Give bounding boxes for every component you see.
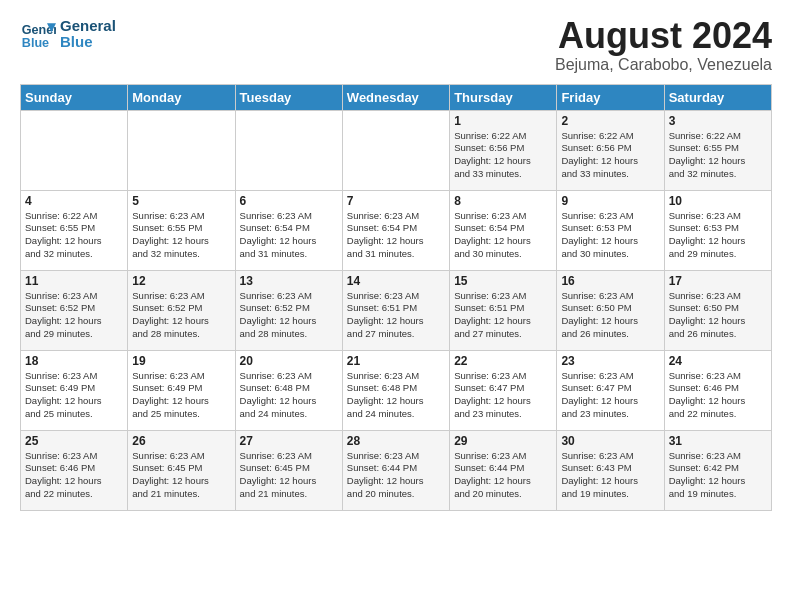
calendar-week-1: 1Sunrise: 6:22 AM Sunset: 6:56 PM Daylig… xyxy=(21,110,772,190)
day-info: Sunrise: 6:23 AM Sunset: 6:43 PM Dayligh… xyxy=(561,450,659,501)
logo: General Blue General Blue xyxy=(20,16,116,52)
day-number: 29 xyxy=(454,434,552,448)
calendar-cell: 29Sunrise: 6:23 AM Sunset: 6:44 PM Dayli… xyxy=(450,430,557,510)
day-header-monday: Monday xyxy=(128,84,235,110)
calendar-cell: 14Sunrise: 6:23 AM Sunset: 6:51 PM Dayli… xyxy=(342,270,449,350)
day-info: Sunrise: 6:23 AM Sunset: 6:49 PM Dayligh… xyxy=(25,370,123,421)
day-info: Sunrise: 6:23 AM Sunset: 6:53 PM Dayligh… xyxy=(561,210,659,261)
calendar-cell: 19Sunrise: 6:23 AM Sunset: 6:49 PM Dayli… xyxy=(128,350,235,430)
day-number: 11 xyxy=(25,274,123,288)
day-info: Sunrise: 6:23 AM Sunset: 6:50 PM Dayligh… xyxy=(561,290,659,341)
day-number: 23 xyxy=(561,354,659,368)
calendar-cell xyxy=(342,110,449,190)
calendar-cell: 4Sunrise: 6:22 AM Sunset: 6:55 PM Daylig… xyxy=(21,190,128,270)
day-header-wednesday: Wednesday xyxy=(342,84,449,110)
calendar-cell: 9Sunrise: 6:23 AM Sunset: 6:53 PM Daylig… xyxy=(557,190,664,270)
day-number: 30 xyxy=(561,434,659,448)
day-info: Sunrise: 6:23 AM Sunset: 6:45 PM Dayligh… xyxy=(132,450,230,501)
calendar-week-5: 25Sunrise: 6:23 AM Sunset: 6:46 PM Dayli… xyxy=(21,430,772,510)
day-info: Sunrise: 6:23 AM Sunset: 6:51 PM Dayligh… xyxy=(347,290,445,341)
day-number: 31 xyxy=(669,434,767,448)
day-info: Sunrise: 6:23 AM Sunset: 6:53 PM Dayligh… xyxy=(669,210,767,261)
day-info: Sunrise: 6:23 AM Sunset: 6:47 PM Dayligh… xyxy=(561,370,659,421)
day-number: 25 xyxy=(25,434,123,448)
calendar-cell: 6Sunrise: 6:23 AM Sunset: 6:54 PM Daylig… xyxy=(235,190,342,270)
day-number: 7 xyxy=(347,194,445,208)
calendar-cell: 8Sunrise: 6:23 AM Sunset: 6:54 PM Daylig… xyxy=(450,190,557,270)
day-info: Sunrise: 6:23 AM Sunset: 6:44 PM Dayligh… xyxy=(347,450,445,501)
day-info: Sunrise: 6:23 AM Sunset: 6:44 PM Dayligh… xyxy=(454,450,552,501)
day-number: 9 xyxy=(561,194,659,208)
title-section: August 2024 Bejuma, Carabobo, Venezuela xyxy=(555,16,772,74)
day-number: 28 xyxy=(347,434,445,448)
day-number: 12 xyxy=(132,274,230,288)
day-header-sunday: Sunday xyxy=(21,84,128,110)
day-number: 19 xyxy=(132,354,230,368)
calendar-week-3: 11Sunrise: 6:23 AM Sunset: 6:52 PM Dayli… xyxy=(21,270,772,350)
calendar-cell: 21Sunrise: 6:23 AM Sunset: 6:48 PM Dayli… xyxy=(342,350,449,430)
day-info: Sunrise: 6:23 AM Sunset: 6:55 PM Dayligh… xyxy=(132,210,230,261)
day-number: 21 xyxy=(347,354,445,368)
calendar-cell xyxy=(21,110,128,190)
logo-line2: Blue xyxy=(60,34,116,51)
calendar-cell: 25Sunrise: 6:23 AM Sunset: 6:46 PM Dayli… xyxy=(21,430,128,510)
day-info: Sunrise: 6:22 AM Sunset: 6:55 PM Dayligh… xyxy=(25,210,123,261)
day-info: Sunrise: 6:23 AM Sunset: 6:46 PM Dayligh… xyxy=(25,450,123,501)
calendar-cell: 27Sunrise: 6:23 AM Sunset: 6:45 PM Dayli… xyxy=(235,430,342,510)
day-number: 17 xyxy=(669,274,767,288)
calendar-cell xyxy=(235,110,342,190)
day-number: 20 xyxy=(240,354,338,368)
logo-icon: General Blue xyxy=(20,16,56,52)
calendar-cell: 31Sunrise: 6:23 AM Sunset: 6:42 PM Dayli… xyxy=(664,430,771,510)
day-number: 16 xyxy=(561,274,659,288)
calendar-week-4: 18Sunrise: 6:23 AM Sunset: 6:49 PM Dayli… xyxy=(21,350,772,430)
day-info: Sunrise: 6:23 AM Sunset: 6:42 PM Dayligh… xyxy=(669,450,767,501)
day-info: Sunrise: 6:23 AM Sunset: 6:50 PM Dayligh… xyxy=(669,290,767,341)
calendar-week-2: 4Sunrise: 6:22 AM Sunset: 6:55 PM Daylig… xyxy=(21,190,772,270)
calendar-cell: 26Sunrise: 6:23 AM Sunset: 6:45 PM Dayli… xyxy=(128,430,235,510)
day-info: Sunrise: 6:23 AM Sunset: 6:49 PM Dayligh… xyxy=(132,370,230,421)
day-number: 3 xyxy=(669,114,767,128)
day-info: Sunrise: 6:23 AM Sunset: 6:52 PM Dayligh… xyxy=(132,290,230,341)
day-number: 26 xyxy=(132,434,230,448)
day-info: Sunrise: 6:22 AM Sunset: 6:56 PM Dayligh… xyxy=(561,130,659,181)
calendar-cell: 13Sunrise: 6:23 AM Sunset: 6:52 PM Dayli… xyxy=(235,270,342,350)
calendar-cell: 11Sunrise: 6:23 AM Sunset: 6:52 PM Dayli… xyxy=(21,270,128,350)
calendar-cell: 28Sunrise: 6:23 AM Sunset: 6:44 PM Dayli… xyxy=(342,430,449,510)
calendar-cell: 22Sunrise: 6:23 AM Sunset: 6:47 PM Dayli… xyxy=(450,350,557,430)
calendar-cell: 12Sunrise: 6:23 AM Sunset: 6:52 PM Dayli… xyxy=(128,270,235,350)
day-header-saturday: Saturday xyxy=(664,84,771,110)
subtitle: Bejuma, Carabobo, Venezuela xyxy=(555,56,772,74)
logo-wordmark: General Blue xyxy=(60,18,116,51)
calendar-cell: 24Sunrise: 6:23 AM Sunset: 6:46 PM Dayli… xyxy=(664,350,771,430)
calendar-cell: 20Sunrise: 6:23 AM Sunset: 6:48 PM Dayli… xyxy=(235,350,342,430)
day-info: Sunrise: 6:23 AM Sunset: 6:54 PM Dayligh… xyxy=(347,210,445,261)
day-number: 27 xyxy=(240,434,338,448)
calendar-table: SundayMondayTuesdayWednesdayThursdayFrid… xyxy=(20,84,772,511)
day-number: 8 xyxy=(454,194,552,208)
calendar-cell: 30Sunrise: 6:23 AM Sunset: 6:43 PM Dayli… xyxy=(557,430,664,510)
day-number: 1 xyxy=(454,114,552,128)
day-number: 6 xyxy=(240,194,338,208)
day-info: Sunrise: 6:23 AM Sunset: 6:51 PM Dayligh… xyxy=(454,290,552,341)
day-info: Sunrise: 6:23 AM Sunset: 6:54 PM Dayligh… xyxy=(240,210,338,261)
calendar-cell: 23Sunrise: 6:23 AM Sunset: 6:47 PM Dayli… xyxy=(557,350,664,430)
calendar-cell: 2Sunrise: 6:22 AM Sunset: 6:56 PM Daylig… xyxy=(557,110,664,190)
day-number: 14 xyxy=(347,274,445,288)
day-number: 18 xyxy=(25,354,123,368)
calendar-cell: 1Sunrise: 6:22 AM Sunset: 6:56 PM Daylig… xyxy=(450,110,557,190)
svg-text:Blue: Blue xyxy=(22,36,49,50)
day-header-friday: Friday xyxy=(557,84,664,110)
day-number: 4 xyxy=(25,194,123,208)
day-number: 13 xyxy=(240,274,338,288)
day-number: 15 xyxy=(454,274,552,288)
calendar-cell: 3Sunrise: 6:22 AM Sunset: 6:55 PM Daylig… xyxy=(664,110,771,190)
day-info: Sunrise: 6:23 AM Sunset: 6:48 PM Dayligh… xyxy=(240,370,338,421)
day-number: 10 xyxy=(669,194,767,208)
header: General Blue General Blue August 2024 Be… xyxy=(20,16,772,74)
calendar-cell: 7Sunrise: 6:23 AM Sunset: 6:54 PM Daylig… xyxy=(342,190,449,270)
day-info: Sunrise: 6:23 AM Sunset: 6:52 PM Dayligh… xyxy=(240,290,338,341)
day-header-tuesday: Tuesday xyxy=(235,84,342,110)
page-container: General Blue General Blue August 2024 Be… xyxy=(0,0,792,521)
day-info: Sunrise: 6:22 AM Sunset: 6:56 PM Dayligh… xyxy=(454,130,552,181)
